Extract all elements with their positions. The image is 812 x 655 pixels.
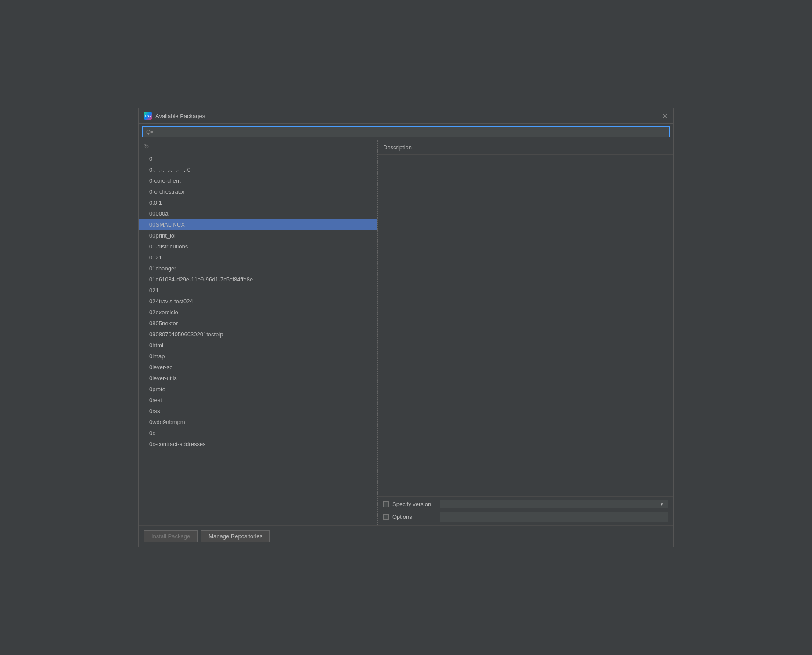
options-checkbox[interactable]	[383, 514, 389, 520]
pycharm-icon: PC	[144, 112, 152, 120]
close-button[interactable]: ✕	[661, 112, 668, 119]
manage-repositories-button[interactable]: Manage Repositories	[201, 530, 270, 542]
main-content: ↻ 00-._.-._.-._.-._.-00-core-client0-orc…	[139, 140, 673, 525]
search-icon: Q▾	[146, 129, 154, 135]
list-item[interactable]: 01-distributions	[139, 241, 377, 252]
options-input[interactable]	[440, 512, 668, 522]
list-item[interactable]: 0lever-so	[139, 362, 377, 373]
list-item[interactable]: 02exercicio	[139, 307, 377, 318]
footer: Install Package Manage Repositories	[139, 525, 673, 547]
description-header: Description	[378, 140, 673, 155]
options-label: Options	[392, 514, 436, 520]
specify-version-checkbox[interactable]	[383, 501, 389, 507]
refresh-button[interactable]: ↻	[142, 142, 151, 151]
list-item[interactable]: 0805nexter	[139, 318, 377, 329]
specify-version-label: Specify version	[392, 501, 436, 507]
footer-buttons: Install Package Manage Repositories	[144, 530, 270, 542]
list-item[interactable]: 090807040506030201testpip	[139, 329, 377, 340]
install-package-button[interactable]: Install Package	[144, 530, 198, 542]
version-dropdown[interactable]: ▼	[440, 500, 668, 508]
dialog-title: Available Packages	[155, 113, 205, 119]
description-content	[378, 155, 673, 496]
list-item[interactable]: 0x-contract-addresses	[139, 439, 377, 450]
chevron-down-icon: ▼	[660, 502, 664, 507]
list-item[interactable]: 0html	[139, 340, 377, 351]
search-input[interactable]	[156, 129, 666, 135]
package-list[interactable]: 00-._.-._.-._.-._.-00-core-client0-orche…	[139, 153, 377, 525]
list-item[interactable]: 0.0.1	[139, 197, 377, 208]
list-item[interactable]: 00000a	[139, 208, 377, 219]
list-item[interactable]: 0-._.-._.-._.-._.-0	[139, 164, 377, 175]
search-input-wrapper: Q▾	[142, 126, 670, 137]
toolbar: ↻	[139, 140, 377, 153]
search-bar: Q▾	[139, 124, 673, 140]
list-item[interactable]: 00print_lol	[139, 230, 377, 241]
list-item[interactable]: 0-core-client	[139, 175, 377, 186]
list-item[interactable]: 021	[139, 285, 377, 296]
list-item[interactable]: 0-orchestrator	[139, 186, 377, 197]
list-item[interactable]: 0proto	[139, 384, 377, 395]
right-panel: Description Specify version ▼ Options	[378, 140, 673, 525]
title-bar-left: PC Available Packages	[144, 112, 205, 120]
specify-version-row: Specify version ▼	[383, 500, 668, 508]
options-row: Options	[383, 512, 668, 522]
title-bar: PC Available Packages ✕	[139, 108, 673, 124]
list-item[interactable]: 0rss	[139, 406, 377, 417]
list-item[interactable]: 01changer	[139, 263, 377, 274]
list-item[interactable]: 0rest	[139, 395, 377, 406]
list-item[interactable]: 024travis-test024	[139, 296, 377, 307]
list-item[interactable]: 0x	[139, 428, 377, 439]
available-packages-dialog: PC Available Packages ✕ Q▾ ↻ 00-._.-._.-…	[138, 108, 674, 547]
options-section: Specify version ▼ Options	[378, 496, 673, 525]
list-item[interactable]: 00SMALINUX	[139, 219, 377, 230]
list-item[interactable]: 0imap	[139, 351, 377, 362]
list-item[interactable]: 0wdg9nbmpm	[139, 417, 377, 428]
left-panel: ↻ 00-._.-._.-._.-._.-00-core-client0-orc…	[139, 140, 378, 525]
list-item[interactable]: 01d61084-d29e-11e9-96d1-7c5cf84ffe8e	[139, 274, 377, 285]
list-item[interactable]: 0lever-utils	[139, 373, 377, 384]
list-item[interactable]: 0	[139, 153, 377, 164]
list-item[interactable]: 0121	[139, 252, 377, 263]
